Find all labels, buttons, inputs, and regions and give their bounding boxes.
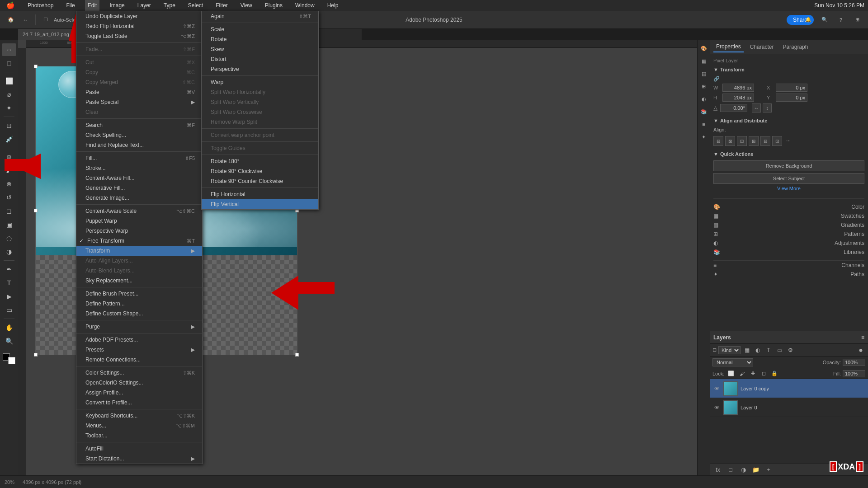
align-bottom-edges-btn[interactable]: ⊡ bbox=[772, 136, 782, 146]
add-mask-btn[interactable]: □ bbox=[726, 465, 735, 474]
align-section-header[interactable]: ▼ Align and Distribute bbox=[713, 116, 864, 125]
select-subject-btn[interactable]: Select Subject bbox=[713, 173, 864, 184]
transform-split-warp-c[interactable]: Split Warp Crosswise bbox=[202, 107, 318, 117]
add-group-btn[interactable]: 📁 bbox=[751, 465, 760, 474]
quick-actions-header[interactable]: ▼ Quick Actions bbox=[713, 150, 864, 159]
notifications-btn[interactable]: 🔔 bbox=[802, 14, 815, 26]
filter-type-select[interactable]: Kind bbox=[718, 346, 741, 354]
home-btn[interactable]: 🏠 bbox=[5, 14, 17, 26]
menu-copy[interactable]: Copy⌘C bbox=[76, 67, 202, 77]
color-panel-icon[interactable]: 🎨 bbox=[699, 43, 709, 53]
menu-edit[interactable]: Edit bbox=[85, 0, 100, 11]
menu-presets[interactable]: Presets▶ bbox=[76, 345, 202, 355]
transform-rotate-90cw[interactable]: Rotate 90° Clockwise bbox=[202, 166, 318, 176]
selection-handle-br[interactable] bbox=[295, 353, 299, 357]
menu-fade[interactable]: Fade...⇧⌘F bbox=[76, 44, 202, 54]
menu-transform[interactable]: Transform▶ bbox=[76, 246, 202, 256]
transform-perspective[interactable]: Perspective bbox=[202, 64, 318, 74]
align-v-centers-btn[interactable]: ⊟ bbox=[760, 136, 770, 146]
transform-flip-h[interactable]: Flip Horizontal bbox=[202, 189, 318, 199]
brush-tool[interactable]: 🖌 bbox=[2, 164, 16, 177]
lock-transparent-btn[interactable]: ⬜ bbox=[727, 370, 735, 378]
menu-gen-image[interactable]: Generate Image... bbox=[76, 193, 202, 203]
shape-tool[interactable]: ▭ bbox=[2, 304, 16, 316]
transform-rotate[interactable]: Rotate bbox=[202, 34, 318, 44]
add-layer-btn[interactable]: + bbox=[764, 465, 773, 474]
transform-toggle-guides[interactable]: Toggle Guides bbox=[202, 143, 318, 153]
color-panel-row[interactable]: 🎨 Color bbox=[713, 202, 864, 211]
transform-warp[interactable]: Warp bbox=[202, 77, 318, 87]
eyedropper-tool[interactable]: 💉 bbox=[2, 133, 16, 145]
x-input[interactable] bbox=[776, 84, 807, 92]
menu-opencolorid[interactable]: OpenColorIO Settings... bbox=[76, 378, 202, 388]
menu-select[interactable]: Select bbox=[185, 0, 206, 11]
menu-keyboard-shortcuts[interactable]: Keyboard Shortcuts...⌥⇧⌘K bbox=[76, 411, 202, 421]
link-icon[interactable]: 🔗 bbox=[713, 76, 720, 82]
blur-tool[interactable]: ◌ bbox=[2, 232, 16, 244]
menu-paste[interactable]: Paste⌘V bbox=[76, 87, 202, 97]
gradient-tool[interactable]: ▣ bbox=[2, 218, 16, 231]
flip-v-btn[interactable]: ↕ bbox=[763, 103, 772, 113]
lock-all-btn[interactable]: 🔒 bbox=[770, 370, 778, 378]
selection-handle-bl[interactable] bbox=[34, 353, 38, 357]
pen-tool[interactable]: ✒ bbox=[2, 263, 16, 276]
blend-mode-select[interactable]: Normal bbox=[712, 358, 753, 366]
menu-file[interactable]: File bbox=[63, 0, 77, 11]
eraser-tool[interactable]: ◻ bbox=[2, 205, 16, 217]
swatches-panel-row[interactable]: ▦ Swatches bbox=[713, 211, 864, 221]
magic-wand-tool[interactable]: ✦ bbox=[2, 102, 16, 114]
opacity-input[interactable] bbox=[843, 359, 865, 366]
dodge-tool[interactable]: ◑ bbox=[2, 245, 16, 258]
menu-type[interactable]: Type bbox=[161, 0, 178, 11]
lock-image-btn[interactable]: 🖌 bbox=[738, 370, 746, 378]
paths-panel-row[interactable]: ✦ Paths bbox=[713, 270, 864, 279]
selection-handle-ml[interactable] bbox=[34, 209, 38, 212]
arrange-btn[interactable]: ⊞ bbox=[851, 14, 863, 26]
menu-layer[interactable]: Layer bbox=[135, 0, 154, 11]
libraries-panel-icon[interactable]: 📚 bbox=[699, 107, 709, 117]
transform-section-header[interactable]: ▼ Transform bbox=[713, 65, 864, 74]
filter-adj-btn[interactable]: ◐ bbox=[753, 346, 762, 355]
menu-sky-replace[interactable]: Sky Replacement... bbox=[76, 276, 202, 286]
menu-dictation[interactable]: Start Dictation...▶ bbox=[76, 454, 202, 464]
menu-pdf-presets[interactable]: Adobe PDF Presets... bbox=[76, 335, 202, 345]
menu-image[interactable]: Image bbox=[107, 0, 127, 11]
menu-define-pattern[interactable]: Define Pattern... bbox=[76, 299, 202, 309]
transform-flip-v[interactable]: Flip Vertical bbox=[202, 199, 318, 209]
paths-panel-icon[interactable]: ✦ bbox=[699, 132, 709, 142]
patterns-panel-row[interactable]: ⊞ Patterns bbox=[713, 230, 864, 239]
adjustments-panel-row[interactable]: ◐ Adjustments bbox=[713, 239, 864, 248]
healing-brush-tool[interactable]: ⊕ bbox=[2, 150, 16, 163]
menu-toggle-last-state[interactable]: Toggle Last State⌥⌘Z bbox=[76, 31, 202, 41]
menu-toolbar[interactable]: Toolbar... bbox=[76, 431, 202, 441]
filter-smart-btn[interactable]: ⚙ bbox=[786, 346, 795, 355]
tab-character[interactable]: Character bbox=[747, 42, 777, 52]
align-left-edges-btn[interactable]: ⊟ bbox=[713, 136, 723, 146]
menu-color-settings[interactable]: Color Settings...⇧⌘K bbox=[76, 368, 202, 378]
menu-define-brush[interactable]: Define Brush Preset... bbox=[76, 289, 202, 299]
transform-rotate-90ccw[interactable]: Rotate 90° Counter Clockwise bbox=[202, 176, 318, 186]
menu-check-spelling[interactable]: Check Spelling... bbox=[76, 130, 202, 140]
layers-collapse-btn[interactable]: ≡ bbox=[861, 334, 864, 341]
transform-remove-warp-split[interactable]: Remove Warp Split bbox=[202, 117, 318, 127]
menu-cut[interactable]: Cut⌘X bbox=[76, 57, 202, 67]
help-btn[interactable]: ? bbox=[835, 14, 847, 26]
text-tool[interactable]: T bbox=[2, 277, 16, 289]
menu-search[interactable]: Search⌘F bbox=[76, 120, 202, 130]
tab-paragraph[interactable]: Paragraph bbox=[780, 42, 811, 52]
align-more-btn[interactable]: ··· bbox=[784, 136, 793, 145]
angle-input[interactable] bbox=[720, 104, 747, 112]
clone-stamp-tool[interactable]: ⊗ bbox=[2, 178, 16, 190]
hand-tool[interactable]: ✋ bbox=[2, 321, 16, 334]
align-h-centers-btn[interactable]: ⊠ bbox=[725, 136, 735, 146]
foreground-color[interactable] bbox=[2, 352, 16, 365]
patterns-panel-icon[interactable]: ⊞ bbox=[699, 81, 709, 91]
menu-auto-blend[interactable]: Auto-Blend Layers... bbox=[76, 266, 202, 276]
menu-perspective-warp[interactable]: Perspective Warp bbox=[76, 226, 202, 236]
menu-define-shape[interactable]: Define Custom Shape... bbox=[76, 309, 202, 319]
menu-help[interactable]: Help bbox=[325, 0, 341, 11]
transform-scale[interactable]: Scale bbox=[202, 24, 318, 34]
swatches-panel-icon[interactable]: ▦ bbox=[699, 56, 709, 66]
menu-content-fill[interactable]: Content-Aware Fill... bbox=[76, 173, 202, 183]
menu-autofill[interactable]: AutoFill bbox=[76, 444, 202, 454]
